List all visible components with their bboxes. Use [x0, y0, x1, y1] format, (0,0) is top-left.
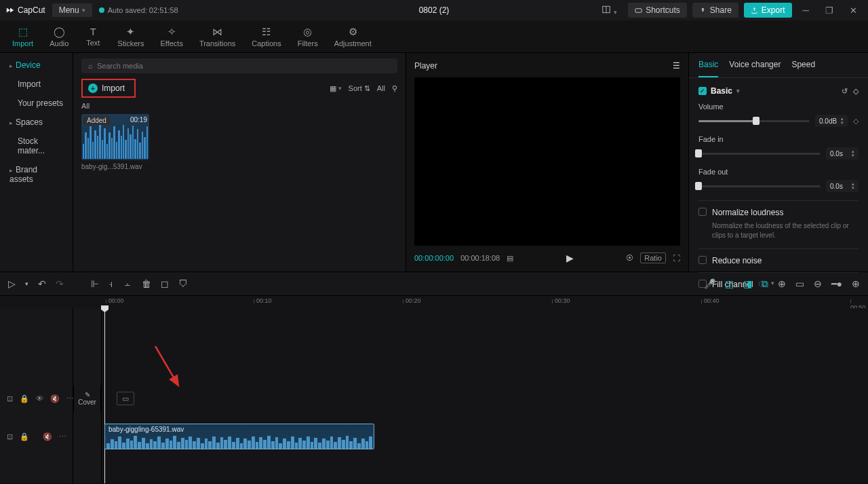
tab-adjustment[interactable]: ⚙Adjustment [326, 20, 380, 52]
shortcuts-button[interactable]: Shortcuts [628, 3, 687, 18]
align-button[interactable]: ⊕ [778, 278, 786, 289]
project-title: 0802 (2) [419, 5, 450, 15]
tool-dropdown[interactable]: ▾ [25, 280, 28, 287]
import-tab-icon: ⬚ [18, 26, 28, 38]
tab-text[interactable]: TText [77, 20, 109, 52]
track-lock-icon[interactable]: ⊡ [7, 394, 13, 403]
ruler-mark: 00:30 [555, 297, 570, 304]
sidebar-item-device[interactable]: ▸Device [0, 56, 73, 75]
preview-cover-button[interactable]: ▭ [795, 278, 804, 289]
fadeout-value[interactable]: 0.0s▴▾ [826, 180, 859, 192]
tab-filters[interactable]: ◎Filters [290, 20, 326, 52]
player-viewport[interactable] [414, 77, 680, 246]
zoom-out-button[interactable]: ⊖ [814, 278, 822, 289]
chevron-right-icon: ▸ [9, 62, 13, 69]
menu-button[interactable]: Menu ▾ [52, 3, 92, 17]
media-panel: ⌕ Search media + Import ▦ ▾ Sort ⇅ All ⚲… [73, 53, 406, 272]
transitions-tab-icon: ⋈ [212, 26, 222, 38]
tab-effects[interactable]: ✧Effects [152, 20, 191, 52]
zoom-slider[interactable]: ━● [831, 278, 842, 289]
basic-checkbox[interactable] [698, 87, 707, 95]
marker-tool[interactable]: ⛉ [178, 278, 188, 289]
timeline-tracks[interactable]: ▭ baby-giggling-65391.wav [102, 308, 868, 483]
close-button[interactable]: ✕ [844, 3, 863, 18]
fadein-value[interactable]: 0.0s▴▾ [826, 147, 859, 160]
track-visibility-icon[interactable]: 🔒 [20, 394, 29, 403]
play-button[interactable]: ▶ [566, 253, 574, 263]
track-eye-icon[interactable]: 👁 [36, 394, 43, 403]
delete-tool[interactable]: 🗑 [142, 278, 151, 289]
thumbnail-preview-icon[interactable]: ▤ [507, 254, 513, 263]
share-button[interactable]: Share [692, 3, 738, 18]
compare-icon[interactable]: ⦿ [626, 254, 633, 262]
track-mute-icon[interactable]: 🔇 [50, 394, 60, 403]
media-item[interactable]: Added 00:19 baby-gig...5391.wav [81, 114, 149, 170]
filter-button[interactable]: ⚲ [392, 84, 397, 93]
redo-button[interactable]: ↷ [56, 278, 64, 289]
waveform-icon [81, 119, 149, 160]
keyframe-icon[interactable]: ◇ [853, 117, 859, 126]
sort-button[interactable]: Sort ⇅ [349, 84, 370, 93]
playhead[interactable] [104, 308, 105, 483]
grid-icon: ▦ [330, 84, 336, 93]
track-more-icon[interactable]: ⋯ [59, 432, 66, 441]
record-audio-button[interactable]: 🎤 [704, 278, 715, 289]
track-audio-lock-icon[interactable]: 🔒 [20, 432, 29, 441]
ratio-button[interactable]: Ratio [640, 253, 666, 263]
prop-tab-speed[interactable]: Speed [791, 60, 815, 77]
tab-stickers[interactable]: ✦Stickers [109, 20, 152, 52]
tab-transitions[interactable]: ⋈Transitions [191, 20, 243, 52]
sidebar-item-import[interactable]: Import [0, 75, 73, 94]
tab-audio[interactable]: ◯Audio [41, 20, 77, 52]
chevron-down-icon: ▾ [736, 88, 740, 94]
sidebar-item-brand[interactable]: ▸Brand assets [0, 160, 73, 189]
clip-filename: baby-giggling-65391.wav [105, 424, 374, 434]
zoom-in-button[interactable]: ⊕ [852, 278, 860, 289]
sidebar-item-stock[interactable]: Stock mater... [0, 132, 73, 160]
split-right-tool[interactable]: ⫠ [123, 278, 132, 289]
normalize-checkbox[interactable] [698, 208, 707, 216]
split-left-tool[interactable]: ⫞ [108, 278, 113, 289]
undo-button[interactable]: ↶ [38, 278, 46, 289]
layout-button[interactable]: ▾ [596, 2, 623, 19]
import-media-button[interactable]: + Import [81, 79, 136, 98]
minimize-button[interactable]: ─ [797, 3, 814, 18]
export-button[interactable]: Export [744, 3, 792, 18]
player-menu-icon[interactable]: ☰ [673, 61, 680, 71]
search-icon: ⌕ [88, 62, 93, 70]
magnet-main-button[interactable]: ◫ [725, 278, 734, 289]
reduce-noise-checkbox[interactable] [698, 256, 707, 264]
reduce-noise-label: Reduce noise [712, 256, 762, 265]
cover-slot[interactable]: ▭ [117, 392, 134, 405]
volume-value[interactable]: 0.0dB▴▾ [815, 115, 848, 127]
selection-tool[interactable]: ▷ [8, 278, 16, 289]
reset-icon[interactable]: ↺ [842, 87, 848, 96]
sidebar-item-spaces[interactable]: ▸Spaces [0, 113, 73, 132]
prop-tab-voice[interactable]: Voice changer [729, 60, 781, 77]
tab-captions[interactable]: ☷Captions [243, 20, 289, 52]
crop-tool[interactable]: ◻ [161, 278, 169, 289]
media-source-sidebar: ▸Device Import Your presets ▸Spaces Stoc… [0, 53, 73, 272]
prop-tab-basic[interactable]: Basic [698, 60, 718, 77]
view-grid-button[interactable]: ▦ ▾ [330, 84, 342, 93]
fadein-slider[interactable] [698, 153, 821, 155]
cover-button[interactable]: ✎ Cover [73, 386, 101, 411]
tab-import[interactable]: ⬚Import [4, 20, 41, 52]
magnet-snap-button[interactable]: ◨ [743, 278, 752, 289]
track-mute-icon[interactable]: 🔇 [43, 432, 52, 441]
audio-clip[interactable]: baby-giggling-65391.wav [104, 424, 374, 449]
maximize-button[interactable]: ❐ [820, 3, 839, 18]
timeline-ruler[interactable]: 00:00 00:10 00:20 00:30 00:40 00:50 [0, 296, 868, 308]
volume-slider[interactable] [698, 120, 810, 122]
search-media-input[interactable]: ⌕ Search media [81, 58, 397, 73]
split-tool[interactable]: ⊩ [91, 278, 99, 289]
ruler-mark: 00:40 [704, 297, 719, 304]
track-lock-icon[interactable]: ⊡ [7, 432, 13, 441]
adjustment-tab-icon: ⚙ [349, 26, 357, 38]
filter-all-button[interactable]: All [377, 84, 385, 92]
fullscreen-icon[interactable]: ⛶ [673, 254, 680, 262]
sidebar-item-presets[interactable]: Your presets [0, 94, 73, 113]
link-button[interactable]: ⧉ [762, 278, 768, 290]
fadeout-slider[interactable] [698, 185, 821, 187]
keyframe-diamond-icon[interactable]: ◇ [853, 87, 859, 96]
